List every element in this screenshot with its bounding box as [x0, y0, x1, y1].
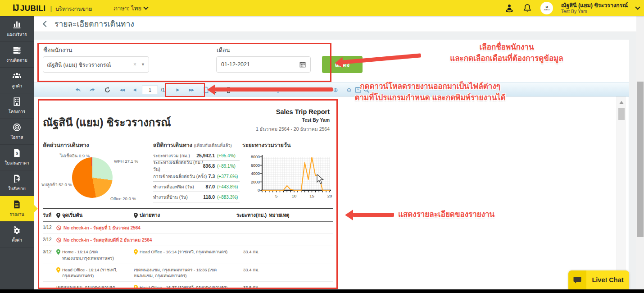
- distance-cell: 33.4 กม.: [236, 249, 269, 255]
- annotation-text-report: แสดงรายละเอียดของรายงาน: [398, 209, 494, 220]
- table-row: Head Office - 16:14 (ราชเทวี, กรุงเทพมหา…: [43, 264, 333, 282]
- stat-row: ทำงานที่ออฟฟิศ (วัน)87.0(+443.8%): [153, 182, 240, 192]
- table-header-row: วันที่จุดเริ่มต้นปลายทางระยะทาง(กม.)หมาย…: [43, 208, 333, 222]
- sidebar-item-opportunities[interactable]: โอกาส: [0, 119, 34, 145]
- page-title-bar: รายละเอียดการเดินทาง: [34, 16, 636, 32]
- sidebar-item-settings[interactable]: ตั้งค่า: [0, 222, 34, 247]
- sidebar-item-sales-order[interactable]: ใบสั่งขาย: [0, 170, 34, 196]
- next-page-icon[interactable]: ▶: [172, 85, 183, 95]
- brand-logo[interactable]: IJ JUBILI | บริหารงานขาย: [13, 3, 92, 14]
- month-label: เดือน: [217, 46, 230, 55]
- location-pin-icon: [134, 285, 138, 288]
- chat-bubble-icon: [568, 270, 586, 289]
- annotation-arrow-export: [215, 87, 333, 92]
- clear-icon[interactable]: ×: [133, 61, 136, 68]
- quotation-icon: $: [12, 148, 22, 158]
- location-pin-icon: [56, 249, 60, 255]
- no-checkin-cell: No check-in - วันพฤหัสบดีที่ 2 ธันวาคม 2…: [56, 237, 152, 243]
- scroll-up-icon[interactable]: [619, 101, 624, 104]
- sidebar-item-label: ใบเสนอราคา: [5, 160, 29, 166]
- month-value: 01-12-2021: [221, 61, 299, 68]
- redo-icon[interactable]: [87, 85, 98, 95]
- sidebar-item-tracking[interactable]: งานติดตาม: [0, 42, 34, 68]
- month-input[interactable]: 01-12-2021: [216, 56, 311, 73]
- origin-cell: Home - 16:14 (เขตหนองแขม,กรุงเทพมหานคร): [56, 249, 134, 261]
- bottom-letterbox: [0, 289, 644, 293]
- page-number-input[interactable]: [142, 86, 158, 94]
- table-row: 1/12No check-in - วันพุธที่ 1 ธันวาคม 25…: [43, 222, 333, 234]
- pie-label-customer: พบลูกค้า 52.0 %: [41, 181, 72, 188]
- location-pin-icon: [56, 213, 60, 218]
- settings-icon: [12, 225, 22, 235]
- live-chat-button[interactable]: Live! Chat: [568, 270, 629, 289]
- origin-cell: เขตหนองแขม, กรุงเทพมหานคร - 16:36 (เขตหน…: [56, 284, 134, 288]
- brand-divider: |: [50, 5, 52, 12]
- page-scrollbar-thumb[interactable]: [637, 82, 644, 237]
- employee-select[interactable]: ณัฐสินี (แยม) ชิระวรางกรณ์ × ▼: [43, 56, 149, 73]
- active-item-notch: [34, 205, 38, 213]
- user-name: ณัฐสินี (แยม) ชิระวรางกรณ์: [561, 2, 628, 9]
- user-menu-chevron-icon[interactable]: [635, 5, 640, 9]
- table-row: เขตหนองแขม, กรุงเทพมหานคร - 16:36 (เขตหน…: [43, 282, 333, 288]
- table-row: 3/12Home - 16:14 (เขตหนองแขม,กรุงเทพมหาน…: [43, 246, 333, 264]
- col-distance: ระยะทาง(กม.): [236, 211, 269, 219]
- calendar-icon[interactable]: [299, 61, 306, 68]
- pie-section-title: สัดส่วนการเดินทาง: [43, 141, 89, 150]
- top-header: IJ JUBILI | บริหารงานขาย ภาษา: ไทย IJJUB…: [0, 0, 644, 16]
- notifications-bell-icon[interactable]: [522, 3, 532, 13]
- user-menu[interactable]: ณัฐสินี (แยม) ชิระวรางกรณ์ Test By Yam: [561, 2, 628, 14]
- support-agent-icon[interactable]: [504, 3, 514, 13]
- svg-text:8000: 8000: [251, 155, 260, 159]
- sidebar-item-label: ตั้งค่า: [12, 237, 22, 243]
- first-page-icon[interactable]: ◀◀: [117, 85, 127, 95]
- stat-row: ระยะทางเฉลี่ยต่อวัน (กม./วัน)836.8(+89.1…: [153, 161, 240, 171]
- sidebar-item-label: ลูกค้า: [12, 82, 22, 89]
- tracking-icon: [12, 46, 22, 55]
- sidebar-item-customers[interactable]: ลูกค้า: [0, 68, 34, 93]
- distance-cell: 33.5 กม.: [236, 284, 269, 288]
- mouse-cursor: [317, 174, 324, 185]
- destination-cell: Head Office - 16:37 (ราชเทวี, กรุงเทพมหา…: [134, 284, 236, 288]
- pdf-scrollbar-thumb[interactable]: [618, 108, 625, 120]
- stat-row: ทำงานที่บ้าน (วัน)118.0(+883.3%): [153, 192, 240, 202]
- no-checkin-cell: No check-in - วันพุธที่ 1 ธันวาคม 2564: [56, 224, 141, 231]
- trip-table: วันที่จุดเริ่มต้นปลายทางระยะทาง(กม.)หมาย…: [43, 208, 333, 288]
- report-employee-name: ณัฐสินี (แยม) ชิระวรางกรณ์: [43, 114, 171, 131]
- chevron-down-icon: [143, 5, 148, 9]
- pie-label-office: Office 20.0 %: [110, 196, 136, 201]
- sidebar-item-projects[interactable]: โครงการ: [0, 93, 34, 119]
- sidebar-item-bar-chart[interactable]: แผงบริหาร: [0, 16, 34, 42]
- col-origin: จุดเริ่มต้น: [56, 211, 134, 219]
- stats-section-rule: [153, 149, 240, 149]
- pie-label-wfh: WFH 27.1 %: [114, 159, 138, 164]
- last-page-icon[interactable]: ▶▶: [186, 85, 197, 95]
- distance-cell: 33.4 กม.: [236, 267, 269, 273]
- report-icon: [12, 200, 22, 209]
- svg-text:0: 0: [258, 188, 260, 192]
- svg-text:$: $: [16, 151, 18, 156]
- refresh-icon[interactable]: [102, 85, 113, 95]
- col-date: วันที่: [43, 212, 56, 219]
- pie-label-nocheckin: ไม่เช็คอิน 0.9 %: [60, 152, 90, 159]
- destination-cell: เขตหนองแขม, กรุงเทพมหานคร - 16:36 (เขตหน…: [134, 267, 236, 279]
- bar-chart-icon: [12, 20, 22, 29]
- customers-icon: [12, 71, 22, 81]
- sidebar-item-quotation[interactable]: $ใบเสนอราคา: [0, 145, 34, 170]
- previous-page-icon[interactable]: ◀: [129, 85, 140, 95]
- user-avatar[interactable]: IJJUBILI: [540, 2, 553, 14]
- sidebar-item-report[interactable]: รายงาน: [0, 196, 34, 222]
- sales-trip-report: ณัฐสินี (แยม) ชิระวรางกรณ์ Sales Trip Re…: [39, 100, 337, 288]
- language-selector[interactable]: ภาษา: ไทย: [113, 4, 148, 13]
- sidebar-item-label: โครงการ: [9, 108, 25, 115]
- sales-order-icon: [12, 174, 22, 183]
- undo-icon[interactable]: [73, 85, 83, 95]
- page-scrollbar[interactable]: [636, 16, 644, 293]
- col-destination: ปลายทาง: [134, 211, 236, 219]
- svg-text:5: 5: [275, 193, 277, 198]
- brand-subtitle: บริหารงานขาย: [55, 5, 92, 14]
- sidebar-item-label: รายงาน: [9, 211, 24, 218]
- pdf-scrollbar[interactable]: [617, 96, 626, 289]
- select-caret-icon: ▼: [141, 62, 145, 67]
- back-icon[interactable]: [43, 21, 49, 27]
- jubili-logo-icon: IJ: [13, 3, 18, 13]
